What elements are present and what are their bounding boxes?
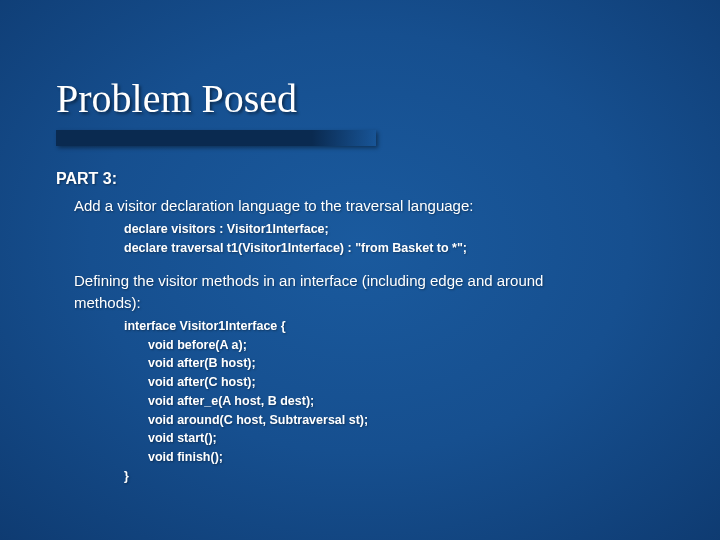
code-block-1: declare visitors : Visitor1Interface; de… (124, 220, 676, 258)
code-line: void after(B host); (124, 354, 676, 373)
slide-body: PART 3: Add a visitor declaration langua… (56, 168, 676, 500)
code-block-2: interface Visitor1Interface { void befor… (124, 317, 676, 486)
code-line: } (124, 467, 676, 486)
part-label: PART 3: (56, 168, 676, 190)
slide: Problem Posed PART 3: Add a visitor decl… (0, 0, 720, 540)
title-underline (56, 130, 376, 146)
code-line: void before(A a); (124, 336, 676, 355)
code-line: declare visitors : Visitor1Interface; (124, 220, 676, 239)
code-line: void start(); (124, 429, 676, 448)
intro-line-2a: Defining the visitor methods in an inter… (74, 271, 676, 291)
code-line: void around(C host, Subtraversal st); (124, 411, 676, 430)
code-line: void finish(); (124, 448, 676, 467)
code-line: void after_e(A host, B dest); (124, 392, 676, 411)
code-line: void after(C host); (124, 373, 676, 392)
code-line: declare traversal t1(Visitor1Interface) … (124, 239, 676, 258)
intro-line-2b: methods): (74, 293, 676, 313)
slide-title: Problem Posed (56, 78, 680, 120)
intro-line-1: Add a visitor declaration language to th… (74, 196, 676, 216)
title-block: Problem Posed (56, 78, 680, 146)
code-line: interface Visitor1Interface { (124, 317, 676, 336)
